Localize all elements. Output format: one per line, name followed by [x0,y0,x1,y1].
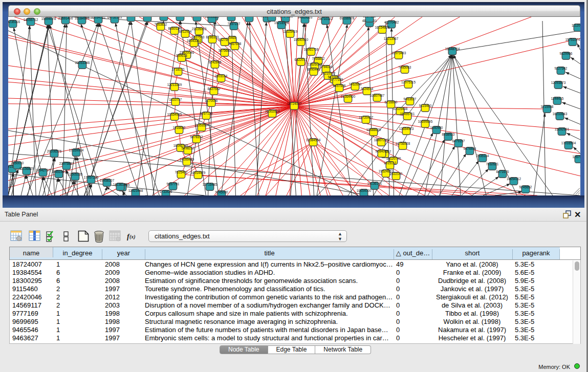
svg-text:2987652: 2987652 [363,17,376,18]
svg-text:14055712: 14055712 [24,18,38,21]
svg-text:12213369: 12213369 [167,83,182,86]
svg-text:8912954: 8912954 [179,30,192,33]
svg-text:1916682: 1916682 [173,126,186,129]
svg-text:16033809: 16033809 [205,17,220,18]
svg-text:14099489: 14099489 [180,158,194,161]
svg-text:2935114: 2935114 [476,154,489,158]
svg-text:7625402: 7625402 [175,170,188,174]
svg-text:3675685: 3675685 [219,49,231,52]
svg-text:84969653: 84969653 [298,17,313,19]
svg-text:989613: 989613 [176,54,187,57]
svg-text:9329966: 9329966 [560,52,573,55]
svg-text:6497508: 6497508 [333,84,346,87]
svg-text:6479197: 6479197 [452,139,465,143]
svg-text:17016504: 17016504 [561,141,576,145]
svg-text:15640910: 15640910 [294,38,309,41]
svg-text:5465: 5465 [229,36,236,39]
svg-text:16154808: 16154808 [375,26,390,29]
svg-text:17359924: 17359924 [69,148,84,152]
svg-text:9245652: 9245652 [519,185,532,189]
svg-text:7462600: 7462600 [349,82,362,86]
svg-text:16848764: 16848764 [445,47,460,51]
svg-text:54235116: 54235116 [8,20,20,24]
svg-text:9115460: 9115460 [419,104,432,107]
svg-text:17957225: 17957225 [84,176,99,179]
svg-text:19210072: 19210072 [321,72,336,75]
svg-text:9474444: 9474444 [464,147,476,150]
svg-text:20691406: 20691406 [58,17,73,20]
svg-text:11353594: 11353594 [194,123,209,127]
svg-text:12923448: 12923448 [128,189,143,192]
svg-text:8471676: 8471676 [496,170,509,173]
svg-text:8267130: 8267130 [200,112,213,115]
svg-text:25302019: 25302019 [265,110,280,113]
svg-text:12975115: 12975115 [401,80,416,84]
svg-text:10671355: 10671355 [242,17,257,17]
svg-text:14136141: 14136141 [113,183,128,186]
svg-text:16914479: 16914479 [191,171,206,174]
svg-text:10025438: 10025438 [393,107,408,111]
svg-text:1244415: 1244415 [551,97,564,100]
svg-text:1640950: 1640950 [430,126,443,129]
svg-text:69166978: 69166978 [340,17,355,20]
svg-text:46270482: 46270482 [384,20,399,24]
svg-text:7632621: 7632621 [486,162,499,166]
svg-text:10699695: 10699695 [418,120,433,123]
svg-text:15720407: 15720407 [359,116,374,119]
svg-text:12942737: 12942737 [36,168,51,172]
svg-text:2367608: 2367608 [229,42,242,46]
svg-text:23226053: 23226053 [192,27,207,31]
svg-text:8427552: 8427552 [208,87,221,91]
svg-text:2850010: 2850010 [11,161,24,165]
svg-text:9777169: 9777169 [331,78,343,81]
svg-text:7357227: 7357227 [228,22,241,26]
svg-text:11325419: 11325419 [283,30,297,33]
svg-text:3215958: 3215958 [541,105,554,108]
svg-text:12505135: 12505135 [68,172,83,176]
svg-text:16210643: 16210643 [553,112,568,116]
svg-text:9657791: 9657791 [167,182,180,186]
svg-text:12213967: 12213967 [384,37,399,40]
svg-text:1733426: 1733426 [160,190,172,193]
svg-text:6322017: 6322017 [295,58,308,61]
svg-text:9242848: 9242848 [209,60,222,64]
svg-text:6794024: 6794024 [320,65,333,69]
svg-text:15716485: 15716485 [203,183,217,186]
svg-text:5498222: 5498222 [182,146,194,150]
svg-text:15594078: 15594078 [41,17,56,20]
svg-text:1267530: 1267530 [573,155,580,159]
svg-text:1610757: 1610757 [169,98,182,101]
svg-text:9227342: 9227342 [555,67,568,70]
svg-text:10807487: 10807487 [370,94,385,97]
svg-text:23975887: 23975887 [59,162,74,165]
svg-text:28710122: 28710122 [318,17,333,20]
svg-text:14120746: 14120746 [386,157,401,160]
svg-text:10654112: 10654112 [507,177,521,181]
svg-text:31034131: 31034131 [91,17,106,19]
svg-text:3624514: 3624514 [361,87,374,91]
svg-text:9084067: 9084067 [376,149,388,153]
svg-text:7955812: 7955812 [312,57,325,60]
svg-text:16184959: 16184959 [75,17,90,20]
svg-text:9327503: 9327503 [192,35,205,39]
svg-text:19958107: 19958107 [100,179,115,182]
svg-text:19384554: 19384554 [306,138,321,142]
svg-text:2803144: 2803144 [215,74,228,78]
svg-text:13654923: 13654923 [399,127,414,130]
svg-text:2718170: 2718170 [172,68,185,71]
svg-text:5678312: 5678312 [190,135,203,139]
svg-text:12156829: 12156829 [19,167,34,170]
svg-text:16961758: 16961758 [304,48,319,51]
svg-text:18807249: 18807249 [374,138,389,142]
svg-text:3170056: 3170056 [205,99,218,102]
svg-text:64752553: 64752553 [107,17,122,19]
svg-text:9245000: 9245000 [215,190,228,194]
svg-text:20206576: 20206576 [47,149,62,153]
svg-text:19218596: 19218596 [274,21,289,25]
svg-text:6216600: 6216600 [385,100,398,104]
svg-text:18724007: 18724007 [287,102,302,105]
svg-text:8186323: 8186323 [206,35,219,39]
svg-text:10973493: 10973493 [391,51,406,55]
svg-text:1615112: 1615112 [384,161,397,165]
svg-text:10654000: 10654000 [357,189,372,192]
